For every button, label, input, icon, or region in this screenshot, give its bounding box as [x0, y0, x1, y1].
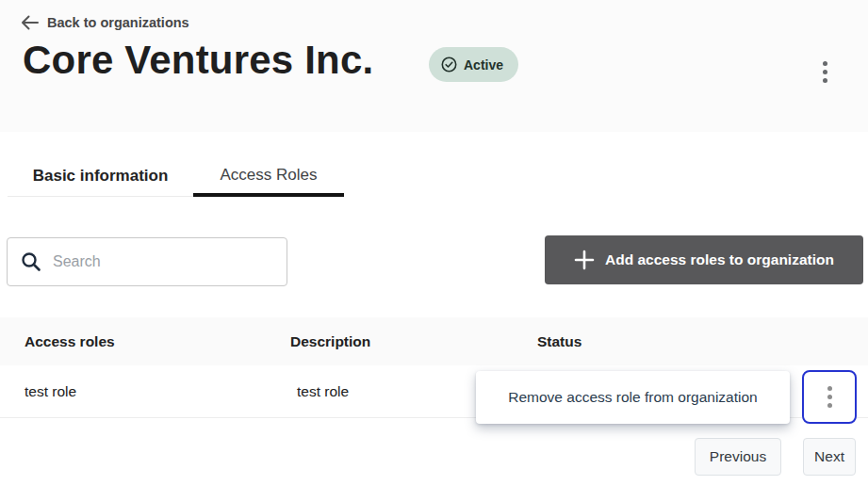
check-circle-icon — [441, 57, 457, 73]
tab-access-roles[interactable]: Access Roles — [193, 156, 344, 197]
status-badge: Active — [429, 47, 518, 82]
back-to-organizations-link[interactable]: Back to organizations — [21, 15, 189, 30]
column-header-status: Status — [537, 317, 581, 365]
magnifier-icon — [21, 251, 41, 272]
column-header-access-roles: Access roles — [25, 317, 115, 365]
cell-description: test role — [297, 365, 349, 418]
status-badge-label: Active — [464, 57, 503, 73]
tab-basic-information[interactable]: Basic information — [8, 156, 193, 197]
vertical-ellipsis-icon — [827, 386, 832, 408]
vertical-ellipsis-icon — [823, 61, 827, 66]
column-header-description: Description — [290, 317, 370, 365]
next-page-button[interactable]: Next — [803, 438, 856, 476]
left-arrow-icon — [21, 15, 39, 30]
row-actions-menu-button[interactable] — [802, 370, 857, 424]
back-link-label: Back to organizations — [47, 15, 189, 30]
page-title: Core Ventures Inc. — [23, 38, 373, 83]
previous-page-button[interactable]: Previous — [695, 438, 781, 476]
tab-bar: Basic information Access Roles — [8, 156, 344, 197]
plus-icon — [574, 250, 595, 270]
table-header-row: Access roles Description Status — [0, 317, 868, 365]
add-button-label: Add access roles to organization — [605, 251, 834, 268]
remove-access-role-tooltip: Remove access role from organization — [476, 371, 790, 424]
tooltip-label: Remove access role from organization — [508, 389, 757, 406]
page-header: Back to organizations Core Ventures Inc.… — [0, 0, 868, 132]
search-box — [7, 237, 287, 286]
organization-menu-button[interactable] — [811, 55, 839, 89]
add-access-roles-button[interactable]: Add access roles to organization — [545, 235, 863, 284]
search-input[interactable] — [53, 253, 273, 270]
organization-detail-page: Back to organizations Core Ventures Inc.… — [0, 0, 868, 485]
cell-access-role: test role — [25, 365, 76, 418]
